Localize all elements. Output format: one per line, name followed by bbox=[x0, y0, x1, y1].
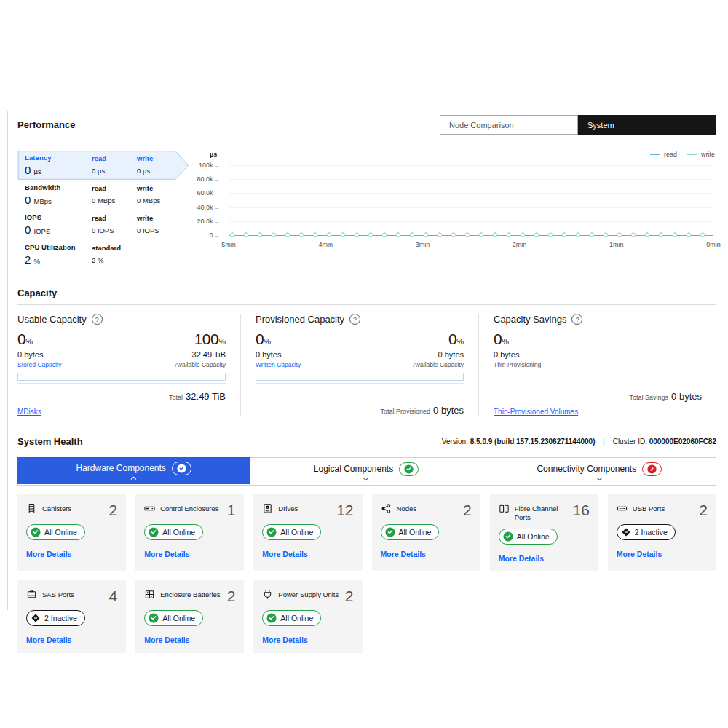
hardware-component-cards: Canisters 2 All Online More Details Cont… bbox=[17, 494, 716, 653]
stored-capacity-link[interactable]: Stored Capacity bbox=[17, 361, 61, 368]
card-count: 1 bbox=[227, 502, 236, 518]
more-details-link[interactable]: More Details bbox=[144, 636, 189, 644]
stat-value: 0 bbox=[25, 223, 31, 236]
total-value: 0 bytes bbox=[671, 391, 702, 402]
status-badge: All Online bbox=[144, 524, 203, 540]
status-ok-icon bbox=[172, 462, 191, 475]
inactive-diamond-icon bbox=[621, 527, 631, 537]
more-details-link[interactable]: More Details bbox=[499, 554, 544, 563]
mdisks-link[interactable]: MDisks bbox=[17, 408, 41, 416]
system-button[interactable]: System bbox=[578, 115, 716, 135]
card-sas-ports: SAS Ports 4 2 Inactive More Details bbox=[17, 580, 126, 653]
provisioned-capacity-bar bbox=[256, 373, 464, 381]
x-tick-label: 2min bbox=[513, 241, 527, 248]
stat-unit: µs bbox=[34, 167, 41, 175]
y-tick-label: 100k bbox=[199, 162, 218, 169]
tab-hardware-components[interactable]: Hardware Components bbox=[17, 457, 250, 484]
card-enclosure-batteries: Enclosure Batteries 2 All Online More De… bbox=[135, 580, 244, 653]
help-icon[interactable]: ? bbox=[349, 314, 360, 325]
node-comparison-button[interactable]: Node Comparison bbox=[440, 115, 578, 135]
tab-connectivity-components[interactable]: Connectivity Components bbox=[483, 458, 716, 485]
card-label: Canisters bbox=[42, 502, 71, 513]
more-details-link[interactable]: More Details bbox=[26, 550, 71, 558]
stat-value: 0 bbox=[25, 194, 31, 206]
usable-capacity-bar bbox=[17, 373, 226, 381]
capacity-savings-title: Capacity Savings bbox=[494, 314, 566, 325]
status-badge: All Online bbox=[262, 610, 321, 626]
more-details-link[interactable]: More Details bbox=[262, 636, 307, 644]
thin-provisioned-volumes-link[interactable]: Thin-Provisioned Volumes bbox=[494, 408, 578, 416]
usb-ports-icon bbox=[617, 503, 628, 514]
card-count: 16 bbox=[572, 502, 589, 518]
available-capacity-caption: Available Capacity bbox=[413, 361, 464, 368]
stored-bytes: 0 bytes bbox=[17, 350, 43, 359]
x-tick-label: 4min bbox=[318, 241, 333, 248]
available-bytes: 0 bytes bbox=[438, 350, 464, 359]
help-icon[interactable]: ? bbox=[571, 314, 582, 325]
legend-item-write: write bbox=[687, 151, 715, 158]
stat-name: CPU Utilization bbox=[25, 243, 92, 251]
status-badge: All Online bbox=[262, 524, 321, 540]
written-percent: 0 bbox=[256, 331, 264, 347]
legend-dash bbox=[687, 154, 697, 155]
card-label: SAS Ports bbox=[42, 588, 74, 599]
stat-col-header: write bbox=[137, 184, 182, 192]
nodes-icon bbox=[381, 503, 392, 514]
usable-capacity-panel: Usable Capacity ? 0% 100% 0 bytes 32.49 … bbox=[17, 314, 240, 416]
savings-percent: 0 bbox=[494, 331, 502, 347]
x-tick-label: 5min bbox=[221, 241, 236, 248]
stat-row-latency[interactable]: Latency 0 µs read 0 µs write 0 µs bbox=[17, 151, 189, 180]
more-details-link[interactable]: More Details bbox=[262, 550, 307, 558]
stat-unit: % bbox=[34, 257, 40, 265]
more-details-link[interactable]: More Details bbox=[617, 550, 662, 558]
tab-logical-components[interactable]: Logical Components bbox=[249, 458, 482, 485]
more-details-link[interactable]: More Details bbox=[26, 636, 71, 644]
stat-col-value: 0 µs bbox=[92, 167, 137, 175]
stat-col-header: write bbox=[137, 214, 182, 222]
card-label: Control Enclosures bbox=[160, 502, 218, 513]
thin-provisioning-caption: Thin Provisioning bbox=[494, 361, 541, 368]
card-canisters: Canisters 2 All Online More Details bbox=[17, 494, 126, 571]
status-ok-icon bbox=[399, 462, 419, 476]
stat-row-iops[interactable]: IOPS 0 IOPS read 0 IOPS write 0 IOPS bbox=[17, 210, 189, 240]
chart-x-labels: 5min4min3min2min1min0min bbox=[229, 241, 713, 251]
written-capacity-link[interactable]: Written Capacity bbox=[256, 361, 301, 368]
gridline bbox=[229, 193, 713, 194]
card-count: 2 bbox=[108, 502, 117, 518]
cluster-id-label: Cluster ID: bbox=[613, 438, 647, 446]
status-text: All Online bbox=[162, 614, 195, 622]
stat-row-cpu-utilization[interactable]: CPU Utilization 2 % standard 2 % bbox=[17, 240, 189, 269]
gridline bbox=[229, 165, 713, 166]
stat-col-value: 2 % bbox=[92, 256, 137, 264]
stat-col-header: read bbox=[92, 154, 137, 162]
capacity-savings-panel: Capacity Savings ? 0% 0 bytes Thin Provi… bbox=[478, 314, 716, 416]
bar-underline bbox=[256, 381, 464, 384]
status-text: 2 Inactive bbox=[635, 528, 668, 537]
status-text: All Online bbox=[44, 528, 77, 537]
percent-sign: % bbox=[264, 337, 271, 346]
card-drives: Drives 12 All Online More Details bbox=[253, 494, 362, 571]
stat-row-bandwidth[interactable]: Bandwidth 0 MBps read 0 MBps write 0 MBp… bbox=[17, 181, 189, 210]
chart-y-labels: 100k80.0k60.0k40.0k20.0k0 bbox=[194, 165, 224, 235]
gridline bbox=[229, 221, 713, 222]
available-bytes: 32.49 TiB bbox=[192, 350, 226, 359]
total-label: Total Savings bbox=[630, 394, 669, 401]
y-tick-label: 80.0k bbox=[197, 175, 218, 183]
stat-value: 0 bbox=[25, 164, 31, 176]
check-circle-icon bbox=[31, 527, 41, 537]
total-label: Total bbox=[169, 394, 183, 401]
card-usb-ports: USB Ports 2 2 Inactive More Details bbox=[608, 494, 716, 571]
available-capacity-caption: Available Capacity bbox=[175, 361, 226, 368]
canisters-icon bbox=[26, 503, 37, 514]
cluster-id-value: 000000E02060FC82 bbox=[649, 438, 716, 446]
inactive-diamond-icon bbox=[31, 613, 41, 623]
version-value: 8.5.0.9 (build 157.15.2306271144000) bbox=[470, 438, 596, 446]
card-count: 4 bbox=[108, 588, 117, 604]
card-count: 2 bbox=[699, 502, 708, 518]
help-icon[interactable]: ? bbox=[92, 314, 103, 325]
more-details-link[interactable]: More Details bbox=[144, 550, 189, 558]
gridline bbox=[229, 179, 713, 180]
card-label: Power Supply Units bbox=[278, 588, 339, 599]
check-circle-icon bbox=[149, 527, 159, 537]
more-details-link[interactable]: More Details bbox=[381, 550, 426, 558]
